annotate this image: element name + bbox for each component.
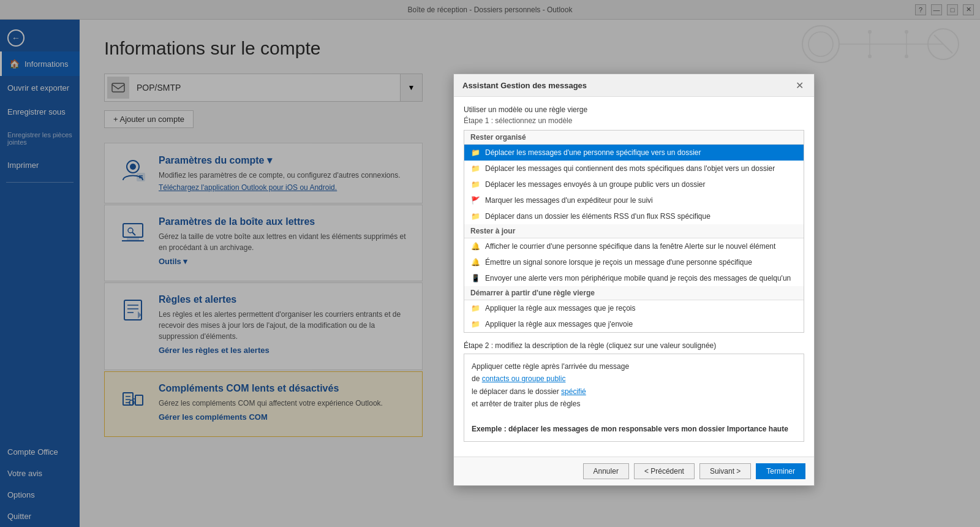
modal-item-2-0[interactable]: 📁 Appliquer la règle aux messages que je… [464, 300, 804, 316]
modal-item-0-2[interactable]: 📁 Déplacer les messages envoyés à un gro… [464, 176, 804, 192]
modal-item-2-1[interactable]: 📁 Appliquer la règle aux messages que j'… [464, 316, 804, 332]
modal-desc-line2: de contacts ou groupe public [472, 373, 796, 385]
modal-overlay: Assistant Gestion des messages ✕ Utilise… [0, 0, 980, 527]
modal-item-0-4[interactable]: 📁 Déplacer dans un dossier les éléments … [464, 208, 804, 224]
prev-button[interactable]: < Précédent [634, 463, 695, 479]
flag-icon-0: 🚩 [470, 195, 480, 205]
modal-group-rester-a-jour: Rester à jour [464, 224, 804, 238]
modal-item-0-0[interactable]: 📁 Déplacer les messages d'une personne s… [464, 145, 804, 161]
modal-close-button[interactable]: ✕ [793, 79, 805, 91]
modal-item-1-1[interactable]: 🔔 Émettre un signal sonore lorsque je re… [464, 254, 804, 270]
modal-item-1-2[interactable]: 📱 Envoyer une alerte vers mon périphériq… [464, 270, 804, 286]
modal-title: Assistant Gestion des messages [462, 81, 587, 90]
modal-group-regle-vierge: Démarrer à partir d'une règle vierge [464, 286, 804, 300]
modal-section1-label: Utiliser un modèle ou une règle vierge [464, 105, 804, 114]
modal-example: Exemple : déplacer les messages de mon r… [472, 423, 796, 435]
next-button[interactable]: Suivant > [699, 463, 751, 479]
modal-body: Utiliser un modèle ou une règle vierge É… [454, 97, 814, 457]
folder-icon-1: 📁 [470, 164, 480, 173]
folder-icon-0: 📁 [470, 148, 480, 157]
modal-desc-line1: Appliquer cette règle après l'arrivée du… [472, 360, 796, 373]
folder-icon-3: 📁 [470, 211, 480, 221]
cancel-button[interactable]: Annuler [583, 463, 629, 479]
folder-icon-5: 📁 [470, 319, 480, 329]
modal-item-0-3[interactable]: 🚩 Marquer les messages d'un expéditeur p… [464, 192, 804, 208]
modal-template-list: Rester organisé 📁 Déplacer les messages … [464, 130, 804, 333]
modal-desc-line3: le déplacer dans le dossier spécifié [472, 385, 796, 398]
modal-item-0-1[interactable]: 📁 Déplacer les messages qui contiennent … [464, 161, 804, 176]
modal-assistant: Assistant Gestion des messages ✕ Utilise… [453, 74, 815, 486]
modal-link-dossier[interactable]: spécifié [561, 387, 586, 396]
modal-link-contacts[interactable]: contacts ou groupe public [482, 374, 566, 383]
modal-item-1-0[interactable]: 🔔 Afficher le courrier d'une personne sp… [464, 238, 804, 254]
modal-footer: Annuler < Précédent Suivant > Terminer [454, 457, 814, 485]
modal-step1-label: Étape 1 : sélectionnez un modèle [464, 116, 804, 125]
bell-icon-0: 🔔 [470, 241, 480, 251]
modal-step2-label: Étape 2 : modifiez la description de la … [464, 341, 804, 350]
modal-desc-line4: et arrêter de traiter plus de règles [472, 398, 796, 410]
folder-icon-2: 📁 [470, 180, 480, 189]
bell-icon-1: 🔔 [470, 257, 480, 267]
modal-group-rester-organise: Rester organisé [464, 131, 804, 145]
modal-desc-box: Appliquer cette règle après l'arrivée du… [464, 354, 804, 442]
folder-icon-4: 📁 [470, 303, 480, 313]
finish-button[interactable]: Terminer [756, 463, 805, 479]
phone-icon-0: 📱 [470, 273, 480, 283]
modal-titlebar: Assistant Gestion des messages ✕ [454, 74, 814, 97]
